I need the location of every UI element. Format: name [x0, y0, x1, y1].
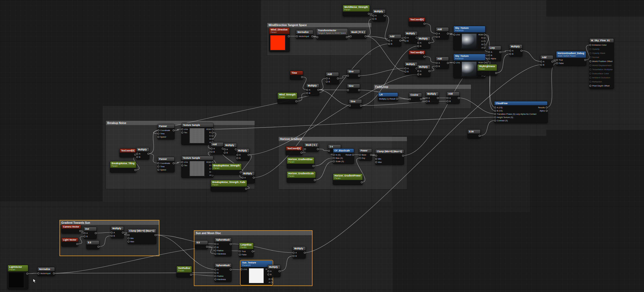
node-multiply[interactable]: MultiplyAB: [405, 62, 418, 74]
node-panner[interactable]: PannerCoordinateTimeSpeed: [157, 157, 175, 172]
input-pin[interactable]: [347, 89, 349, 91]
input-pin[interactable]: [589, 85, 591, 87]
input-pin[interactable]: [236, 154, 238, 156]
input-pin[interactable]: [589, 56, 591, 58]
output-pin[interactable]: [122, 232, 124, 234]
input-pin[interactable]: [239, 250, 241, 252]
input-pin[interactable]: [239, 254, 241, 256]
output-pin[interactable]: [520, 50, 522, 52]
node-0-5[interactable]: 0.5: [195, 240, 208, 249]
input-pin[interactable]: [589, 73, 591, 74]
node-lerp[interactable]: LerpABAlpha: [488, 46, 501, 61]
output-pin[interactable]: [346, 36, 348, 38]
output-pin[interactable]: [584, 59, 586, 61]
input-pin[interactable]: [436, 65, 438, 67]
node-multiply[interactable]: MultiplyAB: [509, 44, 522, 57]
output-pin[interactable]: [420, 98, 422, 100]
node-sine[interactable]: Sine: [349, 99, 362, 108]
node-multiply[interactable]: MultiplyAB: [236, 148, 250, 161]
node-cosine[interactable]: Cosine: [409, 93, 422, 102]
node-texcoord-0[interactable]: TexCoord[0]: [409, 17, 425, 26]
output-pin[interactable]: [230, 269, 232, 271]
input-pin[interactable]: [488, 54, 490, 56]
input-pin[interactable]: [388, 43, 390, 45]
output-pin[interactable]: [352, 154, 354, 156]
input-pin[interactable]: [589, 44, 591, 46]
input-pin[interactable]: [453, 34, 455, 36]
node-0-5[interactable]: 0.5: [86, 240, 99, 249]
input-pin[interactable]: [453, 62, 455, 64]
input-pin[interactable]: [214, 269, 216, 271]
node-add[interactable]: AddAB: [540, 55, 553, 67]
node-texcoord-0[interactable]: TexCoord[0]: [119, 148, 136, 157]
output-pin[interactable]: [53, 272, 55, 274]
node-add[interactable]: AddAB: [447, 92, 460, 104]
node-wind-strength[interactable]: Wind_StrengthParam: [277, 92, 297, 104]
node-largebias[interactable]: LargeBiasParamTrueFalse: [239, 243, 254, 257]
input-pin[interactable]: [372, 15, 374, 17]
node-cloudflow[interactable]: CloudFlowA (V3)B (V3)Transition Phase (S…: [494, 101, 548, 123]
output-pin[interactable]: [97, 246, 99, 248]
output-pin[interactable]: [240, 171, 242, 173]
input-pin[interactable]: [349, 105, 351, 107]
input-pin[interactable]: [157, 169, 159, 171]
output-pin[interactable]: [301, 152, 302, 154]
input-pin[interactable]: [589, 77, 591, 79]
input-pin[interactable]: [426, 100, 428, 102]
output-pin[interactable]: [295, 100, 297, 102]
output-pin[interactable]: [428, 70, 430, 72]
output-pin[interactable]: [206, 246, 208, 248]
input-pin[interactable]: [375, 155, 377, 157]
node-sky-texture[interactable]: Sky_TextureParam2DUVsRGBRGBA: [453, 26, 485, 50]
node-multiply[interactable]: MultiplyAB: [293, 246, 306, 259]
node-horizon-gradientscale[interactable]: Horizon_GradientScaleParam: [287, 171, 316, 183]
node-dot[interactable]: DotAB: [84, 227, 97, 239]
node-add[interactable]: AddAB: [211, 142, 224, 154]
input-pin[interactable]: [589, 64, 591, 66]
input-pin[interactable]: [417, 45, 419, 47]
input-pin[interactable]: [447, 100, 449, 102]
input-pin[interactable]: [405, 37, 406, 39]
node-multiply[interactable]: MultiplyAB: [405, 31, 418, 44]
comment-header[interactable]: Horizon Gradient: [279, 137, 407, 141]
input-pin[interactable]: [494, 116, 496, 118]
output-pin[interactable]: [396, 98, 398, 100]
input-pin[interactable]: [426, 97, 428, 99]
input-pin[interactable]: [488, 51, 490, 53]
input-pin[interactable]: [293, 255, 295, 257]
input-pin[interactable]: [316, 36, 318, 38]
input-pin[interactable]: [494, 107, 496, 108]
input-pin[interactable]: [84, 232, 86, 234]
input-pin[interactable]: [224, 152, 226, 154]
node-texcoord-0[interactable]: TexCoord[0]: [286, 146, 302, 155]
node-sine[interactable]: Sine: [347, 84, 360, 93]
output-pin[interactable]: [437, 97, 439, 99]
input-pin[interactable]: [111, 232, 113, 234]
output-pin[interactable]: [358, 75, 360, 77]
node-horizon-gradientpower[interactable]: Horizon_GradientPowerParam: [333, 173, 363, 185]
output-pin[interactable]: [484, 34, 485, 36]
input-pin[interactable]: [494, 120, 496, 122]
input-pin[interactable]: [347, 75, 349, 77]
input-pin[interactable]: [333, 157, 335, 159]
input-pin[interactable]: [37, 272, 39, 274]
input-pin[interactable]: [293, 252, 295, 254]
node-0-06[interactable]: 0.06: [468, 129, 481, 138]
output-pin[interactable]: [458, 97, 460, 99]
output-pin[interactable]: [484, 62, 485, 64]
input-pin[interactable]: [214, 278, 216, 280]
output-pin[interactable]: [271, 278, 273, 280]
node-light-vector[interactable]: Light Vector: [61, 238, 78, 247]
output-pin[interactable]: [546, 107, 548, 108]
input-pin[interactable]: [488, 58, 490, 60]
output-pin[interactable]: [222, 148, 224, 150]
output-pin[interactable]: [365, 35, 367, 37]
node-breakupnoise-tiling[interactable]: BreakupNoise_TilingParam: [110, 161, 136, 173]
node-clamp-min-0-max-1[interactable]: Clamp (Min=0) (Max=1)MinMax: [375, 149, 404, 165]
node-camera-vector[interactable]: Camera Vector: [61, 225, 81, 234]
input-pin[interactable]: [350, 35, 352, 37]
output-pin[interactable]: [499, 51, 501, 53]
output-pin[interactable]: [370, 154, 372, 156]
input-pin[interactable]: [236, 157, 238, 159]
node-multiply[interactable]: MultiplyAB: [136, 147, 149, 160]
